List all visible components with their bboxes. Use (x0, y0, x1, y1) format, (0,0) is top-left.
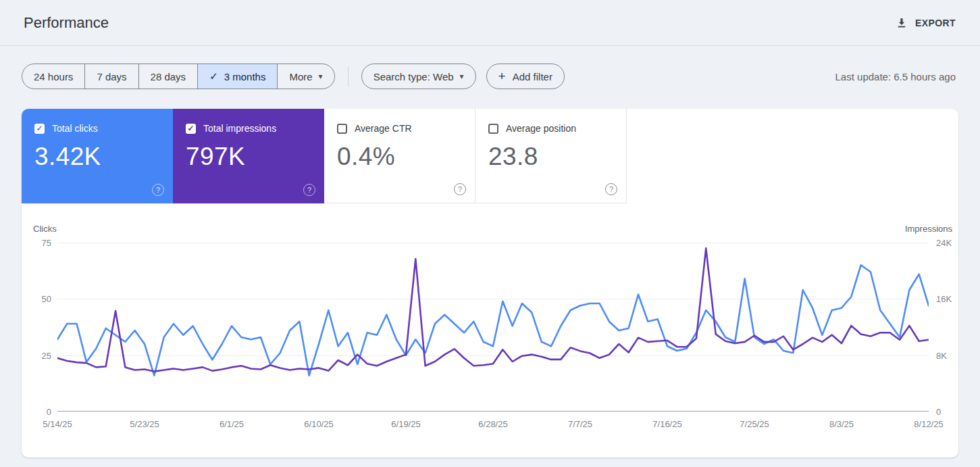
export-label: EXPORT (915, 18, 956, 28)
performance-card: ✓ Total clicks 3.42K ? ✓ Total impressio… (22, 109, 958, 458)
left-y-tick-label: 25 (42, 350, 51, 360)
page-header: Performance EXPORT (0, 0, 980, 46)
tile-label: Average position (506, 123, 576, 134)
left-y-tick-label: 0 (47, 407, 51, 417)
tile-total-clicks[interactable]: ✓ Total clicks 3.42K ? (22, 109, 173, 203)
axis-titles: Clicks Impressions (33, 224, 952, 236)
impressions-line (57, 248, 929, 371)
more-label: More (289, 71, 312, 82)
right-axis-title: Impressions (905, 224, 952, 236)
last-update-text: Last update: 6.5 hours ago (835, 71, 956, 82)
right-y-tick-label: 8K (936, 350, 947, 360)
right-y-tick-label: 16K (936, 294, 952, 304)
chevron-down-icon: ▾ (319, 72, 323, 81)
tile-value: 797K (186, 143, 312, 171)
export-button[interactable]: EXPORT (896, 17, 956, 29)
x-tick-label: 8/12/25 (914, 419, 943, 429)
clicks-line (57, 265, 929, 375)
range-3-months-selected[interactable]: ✓ 3 months (197, 64, 277, 89)
chart-section: Clicks Impressions 755025024K16K8K0 5/14… (22, 203, 958, 431)
tile-label: Average CTR (355, 123, 412, 134)
tile-value: 23.8 (488, 143, 614, 171)
checkbox-unchecked[interactable] (337, 124, 347, 134)
search-type-dropdown[interactable]: Search type: Web ▾ (361, 64, 476, 89)
checkbox-checked[interactable]: ✓ (34, 124, 45, 134)
x-axis-labels: 5/14/255/23/256/1/256/10/256/19/256/28/2… (57, 419, 929, 431)
chart-svg[interactable] (57, 243, 929, 412)
left-axis-title: Clicks (33, 224, 57, 236)
right-y-tick-label: 0 (936, 407, 941, 417)
x-tick-label: 5/14/25 (43, 419, 72, 429)
help-icon[interactable]: ? (454, 183, 466, 195)
help-icon[interactable]: ? (303, 184, 315, 196)
plus-icon: + (498, 69, 506, 84)
x-tick-label: 8/3/25 (829, 419, 854, 429)
tile-total-impressions[interactable]: ✓ Total impressions 797K ? (173, 109, 324, 203)
range-label: 7 days (97, 71, 126, 82)
range-label: 28 days (151, 71, 186, 82)
help-icon[interactable]: ? (152, 184, 164, 196)
right-y-tick-label: 24K (936, 238, 952, 248)
tile-average-position[interactable]: Average position 23.8 ? (475, 109, 627, 203)
x-tick-label: 6/1/25 (220, 419, 244, 429)
filter-bar: 24 hours 7 days 28 days ✓ 3 months More … (0, 46, 980, 89)
left-y-tick-label: 75 (42, 238, 51, 248)
help-icon[interactable]: ? (605, 183, 617, 195)
range-label: 24 hours (34, 71, 73, 82)
x-tick-label: 6/10/25 (304, 419, 333, 429)
tile-head: Average position (488, 123, 614, 134)
download-icon (896, 17, 908, 29)
tile-head: ✓ Total clicks (34, 123, 161, 134)
x-tick-label: 7/16/25 (652, 419, 681, 429)
tile-label: Total impressions (203, 123, 276, 134)
page-title: Performance (24, 14, 109, 32)
metric-tiles: ✓ Total clicks 3.42K ? ✓ Total impressio… (22, 109, 958, 203)
range-24-hours[interactable]: 24 hours (22, 64, 84, 89)
x-tick-label: 6/19/25 (391, 419, 420, 429)
tile-value: 3.42K (34, 143, 161, 171)
add-filter-button[interactable]: + Add filter (486, 64, 565, 89)
x-tick-label: 7/7/25 (568, 419, 592, 429)
tile-label: Total clicks (52, 123, 98, 134)
add-filter-label: Add filter (513, 71, 552, 82)
checkbox-unchecked[interactable] (488, 124, 498, 134)
chevron-down-icon: ▾ (460, 72, 464, 81)
check-icon: ✓ (209, 70, 218, 82)
range-label: 3 months (224, 71, 266, 82)
tile-head: ✓ Total impressions (186, 123, 312, 134)
tile-head: Average CTR (337, 123, 463, 134)
range-7-days[interactable]: 7 days (84, 64, 138, 89)
range-28-days[interactable]: 28 days (138, 64, 198, 89)
x-tick-label: 6/28/25 (478, 419, 507, 429)
date-range-group: 24 hours 7 days 28 days ✓ 3 months More … (22, 64, 335, 89)
x-tick-label: 7/25/25 (740, 419, 769, 429)
x-tick-label: 5/23/25 (130, 419, 159, 429)
range-more-dropdown[interactable]: More ▾ (277, 64, 334, 89)
plot-area[interactable]: 755025024K16K8K0 (57, 243, 929, 412)
checkbox-checked[interactable]: ✓ (186, 124, 196, 134)
left-y-tick-label: 50 (42, 294, 51, 304)
tile-value: 0.4% (337, 143, 463, 171)
search-type-label: Search type: Web (373, 71, 454, 82)
tile-average-ctr[interactable]: Average CTR 0.4% ? (324, 109, 475, 203)
divider (348, 66, 349, 87)
